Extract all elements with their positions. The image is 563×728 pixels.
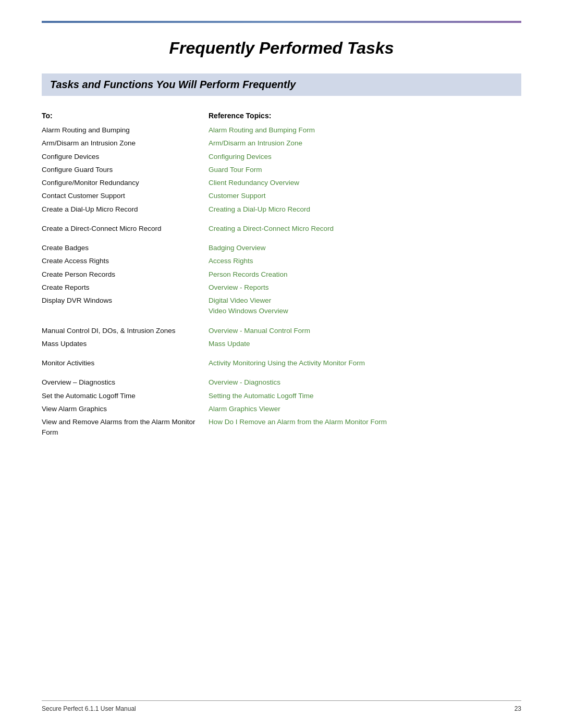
reference-link[interactable]: Configuring Devices bbox=[209, 152, 521, 162]
task-description: Overview – Diagnostics bbox=[42, 377, 209, 388]
task-reference: Mass Update bbox=[209, 339, 521, 349]
reference-link[interactable]: Video Windows Overview bbox=[209, 306, 521, 316]
top-border bbox=[42, 21, 521, 23]
task-description: View and Remove Alarms from the Alarm Mo… bbox=[42, 417, 209, 438]
task-reference: Badging Overview bbox=[209, 243, 521, 253]
reference-link[interactable]: Access Rights bbox=[209, 256, 521, 266]
task-reference: Overview - Manual Control Form bbox=[209, 326, 521, 336]
task-reference: Digital Video ViewerVideo Windows Overvi… bbox=[209, 295, 521, 317]
reference-link[interactable]: Setting the Automatic Logoff Time bbox=[209, 391, 521, 401]
task-description: Create Badges bbox=[42, 243, 209, 253]
reference-link[interactable]: Creating a Direct-Connect Micro Record bbox=[209, 224, 521, 234]
task-description: Create a Direct-Connect Micro Record bbox=[42, 224, 209, 234]
reference-link[interactable]: Person Records Creation bbox=[209, 269, 521, 280]
reference-link[interactable]: Guard Tour Form bbox=[209, 165, 521, 175]
page-title: Frequently Performed Tasks bbox=[42, 39, 521, 58]
task-description: Alarm Routing and Bumping bbox=[42, 125, 209, 135]
reference-link[interactable]: Mass Update bbox=[209, 339, 521, 349]
table-row: Manual Control DI, DOs, & Intrusion Zone… bbox=[42, 326, 521, 336]
reference-link[interactable]: Creating a Dial-Up Micro Record bbox=[209, 204, 521, 215]
table-row: Set the Automatic Logoff TimeSetting the… bbox=[42, 391, 521, 401]
task-description: Create Reports bbox=[42, 282, 209, 293]
task-reference: Setting the Automatic Logoff Time bbox=[209, 391, 521, 401]
reference-link[interactable]: How Do I Remove an Alarm from the Alarm … bbox=[209, 417, 521, 427]
task-reference: Guard Tour Form bbox=[209, 165, 521, 175]
row-spacer bbox=[42, 371, 521, 377]
row-spacer bbox=[42, 237, 521, 243]
footer-page-number: 23 bbox=[515, 705, 521, 712]
task-description: Create Access Rights bbox=[42, 256, 209, 266]
task-description: Configure/Monitor Redundancy bbox=[42, 178, 209, 188]
task-reference: Overview - Reports bbox=[209, 282, 521, 293]
reference-link[interactable]: Client Redundancy Overview bbox=[209, 178, 521, 188]
table-row: Create BadgesBadging Overview bbox=[42, 243, 521, 253]
table-row: Configure Guard ToursGuard Tour Form bbox=[42, 165, 521, 175]
task-reference: Configuring Devices bbox=[209, 152, 521, 162]
footer-left-text: Secure Perfect 6.1.1 User Manual bbox=[42, 705, 136, 712]
task-description: Manual Control DI, DOs, & Intrusion Zone… bbox=[42, 326, 209, 336]
table-row: Create a Dial-Up Micro RecordCreating a … bbox=[42, 204, 521, 215]
task-reference: Creating a Direct-Connect Micro Record bbox=[209, 224, 521, 234]
reference-link[interactable]: Overview - Manual Control Form bbox=[209, 326, 521, 336]
reference-link[interactable]: Arm/Disarm an Intrusion Zone bbox=[209, 138, 521, 149]
table-row: Create a Direct-Connect Micro RecordCrea… bbox=[42, 224, 521, 234]
task-description: Contact Customer Support bbox=[42, 191, 209, 201]
table-header-row: To: Reference Topics: bbox=[42, 112, 521, 120]
task-description: View Alarm Graphics bbox=[42, 404, 209, 414]
task-reference: Alarm Routing and Bumping Form bbox=[209, 125, 521, 135]
table-row: Configure DevicesConfiguring Devices bbox=[42, 152, 521, 162]
task-description: Configure Devices bbox=[42, 152, 209, 162]
task-reference: Activity Monitoring Using the Activity M… bbox=[209, 358, 521, 368]
row-spacer bbox=[42, 319, 521, 326]
task-description: Create a Dial-Up Micro Record bbox=[42, 204, 209, 215]
table-row: View Alarm GraphicsAlarm Graphics Viewer bbox=[42, 404, 521, 414]
header-to: To: bbox=[42, 112, 209, 120]
table-row: Create Person RecordsPerson Records Crea… bbox=[42, 269, 521, 280]
reference-link[interactable]: Overview - Diagnostics bbox=[209, 377, 521, 388]
reference-link[interactable]: Overview - Reports bbox=[209, 282, 521, 293]
tasks-table: To: Reference Topics: Alarm Routing and … bbox=[42, 112, 521, 441]
section-header: Tasks and Functions You Will Perform Fre… bbox=[42, 73, 521, 96]
reference-link[interactable]: Activity Monitoring Using the Activity M… bbox=[209, 358, 521, 368]
task-description: Set the Automatic Logoff Time bbox=[42, 391, 209, 401]
tasks-rows: Alarm Routing and BumpingAlarm Routing a… bbox=[42, 125, 521, 438]
task-reference: Arm/Disarm an Intrusion Zone bbox=[209, 138, 521, 149]
table-row: Contact Customer SupportCustomer Support bbox=[42, 191, 521, 201]
reference-link[interactable]: Alarm Routing and Bumping Form bbox=[209, 125, 521, 135]
table-row: Overview – DiagnosticsOverview - Diagnos… bbox=[42, 377, 521, 388]
row-spacer bbox=[42, 217, 521, 224]
task-reference: Customer Support bbox=[209, 191, 521, 201]
task-description: Configure Guard Tours bbox=[42, 165, 209, 175]
task-reference: How Do I Remove an Alarm from the Alarm … bbox=[209, 417, 521, 427]
table-row: Arm/Disarm an Intrusion ZoneArm/Disarm a… bbox=[42, 138, 521, 149]
footer: Secure Perfect 6.1.1 User Manual 23 bbox=[42, 700, 521, 712]
task-reference: Access Rights bbox=[209, 256, 521, 266]
task-reference: Alarm Graphics Viewer bbox=[209, 404, 521, 414]
task-reference: Person Records Creation bbox=[209, 269, 521, 280]
task-description: Monitor Activities bbox=[42, 358, 209, 368]
table-row: Alarm Routing and BumpingAlarm Routing a… bbox=[42, 125, 521, 135]
task-reference: Overview - Diagnostics bbox=[209, 377, 521, 388]
task-description: Display DVR Windows bbox=[42, 295, 209, 306]
task-reference: Creating a Dial-Up Micro Record bbox=[209, 204, 521, 215]
page-container: Frequently Performed Tasks Tasks and Fun… bbox=[0, 0, 563, 728]
task-description: Create Person Records bbox=[42, 269, 209, 280]
task-reference: Client Redundancy Overview bbox=[209, 178, 521, 188]
row-spacer bbox=[42, 352, 521, 358]
table-row: Monitor ActivitiesActivity Monitoring Us… bbox=[42, 358, 521, 368]
table-row: Mass UpdatesMass Update bbox=[42, 339, 521, 349]
table-row: Configure/Monitor RedundancyClient Redun… bbox=[42, 178, 521, 188]
reference-link[interactable]: Badging Overview bbox=[209, 243, 521, 253]
table-row: Display DVR WindowsDigital Video ViewerV… bbox=[42, 295, 521, 317]
table-row: View and Remove Alarms from the Alarm Mo… bbox=[42, 417, 521, 438]
reference-link[interactable]: Alarm Graphics Viewer bbox=[209, 404, 521, 414]
table-row: Create Access RightsAccess Rights bbox=[42, 256, 521, 266]
header-ref: Reference Topics: bbox=[209, 112, 521, 120]
task-description: Mass Updates bbox=[42, 339, 209, 349]
reference-link[interactable]: Customer Support bbox=[209, 191, 521, 201]
task-description: Arm/Disarm an Intrusion Zone bbox=[42, 138, 209, 149]
table-row: Create ReportsOverview - Reports bbox=[42, 282, 521, 293]
reference-link[interactable]: Digital Video Viewer bbox=[209, 295, 521, 306]
